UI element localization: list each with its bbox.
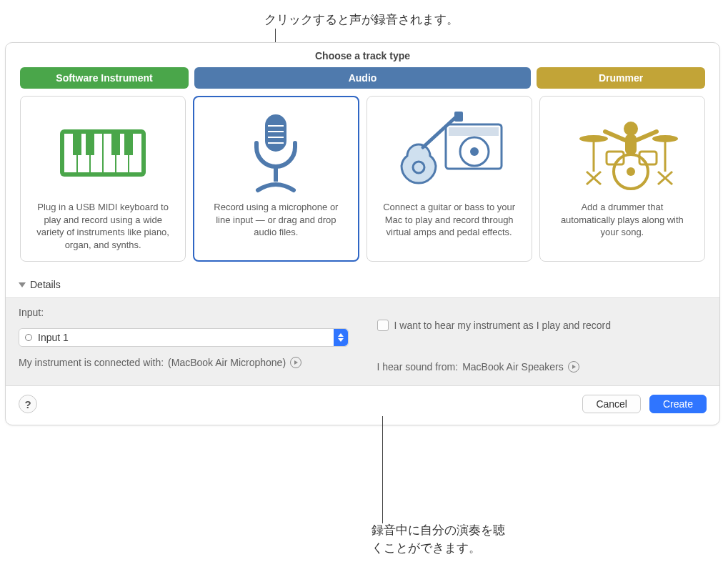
leader-line-bottom bbox=[382, 416, 383, 523]
svg-rect-18 bbox=[449, 127, 499, 136]
svg-rect-11 bbox=[265, 114, 286, 152]
create-button[interactable]: Create bbox=[649, 395, 707, 413]
popup-stepper-icon bbox=[334, 329, 348, 346]
chevron-down-icon bbox=[19, 282, 26, 287]
input-device-line: My instrument is connected with: (MacBoo… bbox=[19, 357, 349, 368]
details-label: Details bbox=[30, 279, 61, 290]
arrow-right-circle-icon[interactable] bbox=[290, 357, 301, 368]
card-description: Add a drummer that automatically plays a… bbox=[553, 201, 692, 239]
card-audio-guitar[interactable]: Connect a guitar or bass to your Mac to … bbox=[367, 96, 532, 262]
cancel-button[interactable]: Cancel bbox=[582, 395, 641, 413]
details-panel: Input: Input 1 My instrument is connecte… bbox=[6, 297, 719, 386]
svg-line-26 bbox=[605, 132, 625, 140]
svg-rect-10 bbox=[124, 134, 133, 155]
track-type-audio[interactable]: Audio bbox=[194, 67, 531, 89]
svg-rect-25 bbox=[625, 134, 637, 154]
svg-rect-7 bbox=[73, 134, 81, 155]
svg-point-35 bbox=[627, 167, 635, 176]
microphone-icon bbox=[208, 109, 344, 195]
drummer-icon bbox=[554, 109, 690, 195]
new-track-dialog: Choose a track type Software Instrument … bbox=[5, 42, 720, 425]
guitar-amp-icon bbox=[382, 109, 517, 195]
input-label: Input: bbox=[19, 307, 349, 318]
mono-channel-icon bbox=[25, 334, 32, 341]
card-description: Record using a microphone or line input … bbox=[206, 201, 345, 239]
arrow-right-circle-icon[interactable] bbox=[568, 361, 579, 373]
svg-point-24 bbox=[624, 122, 638, 136]
output-device-line: I hear sound from: MacBook Air Speakers bbox=[377, 361, 707, 373]
monitoring-label: I want to hear my instrument as I play a… bbox=[394, 320, 611, 331]
card-audio-microphone[interactable]: Record using a microphone or line input … bbox=[193, 96, 359, 262]
card-drummer[interactable]: Add a drummer that automatically plays a… bbox=[539, 96, 705, 262]
svg-rect-8 bbox=[86, 134, 94, 155]
details-right-column: I want to hear my instrument as I play a… bbox=[377, 307, 707, 373]
card-software-instrument[interactable]: Plug in a USB MIDI keyboard to play and … bbox=[20, 96, 186, 262]
details-left-column: Input: Input 1 My instrument is connecte… bbox=[19, 307, 349, 373]
track-type-drummer[interactable]: Drummer bbox=[537, 67, 705, 89]
card-description: Plug in a USB MIDI keyboard to play and … bbox=[34, 201, 172, 251]
input-channel-popup[interactable]: Input 1 bbox=[19, 328, 349, 347]
dialog-title: Choose a track type bbox=[6, 43, 719, 67]
monitoring-checkbox[interactable] bbox=[377, 320, 389, 331]
output-device-prefix: I hear sound from: bbox=[377, 361, 459, 373]
keyboard-icon bbox=[35, 109, 171, 195]
output-device-name: MacBook Air Speakers bbox=[462, 361, 564, 373]
svg-rect-9 bbox=[111, 134, 120, 155]
svg-rect-22 bbox=[454, 112, 463, 122]
card-description: Connect a guitar or bass to your Mac to … bbox=[380, 201, 519, 239]
track-type-software-instrument[interactable]: Software Instrument bbox=[20, 67, 189, 89]
svg-point-28 bbox=[579, 135, 608, 142]
input-device-name: (MacBook Air Microphone) bbox=[168, 357, 286, 368]
track-type-card-row: Plug in a USB MIDI keyboard to play and … bbox=[6, 89, 719, 276]
dialog-button-bar: ? Cancel Create bbox=[6, 386, 719, 425]
callout-bottom-text: 録音中に自分の演奏を聴 くことができます。 bbox=[372, 522, 505, 557]
callout-top-text: クリックすると声が録音されます。 bbox=[264, 11, 459, 28]
track-type-header-row: Software Instrument Audio Drummer bbox=[6, 67, 719, 89]
input-channel-value: Input 1 bbox=[38, 332, 69, 343]
input-device-prefix: My instrument is connected with: bbox=[19, 357, 164, 368]
details-disclosure[interactable]: Details bbox=[6, 276, 719, 297]
svg-point-30 bbox=[652, 135, 678, 142]
svg-point-20 bbox=[470, 147, 479, 156]
help-button[interactable]: ? bbox=[19, 395, 37, 413]
